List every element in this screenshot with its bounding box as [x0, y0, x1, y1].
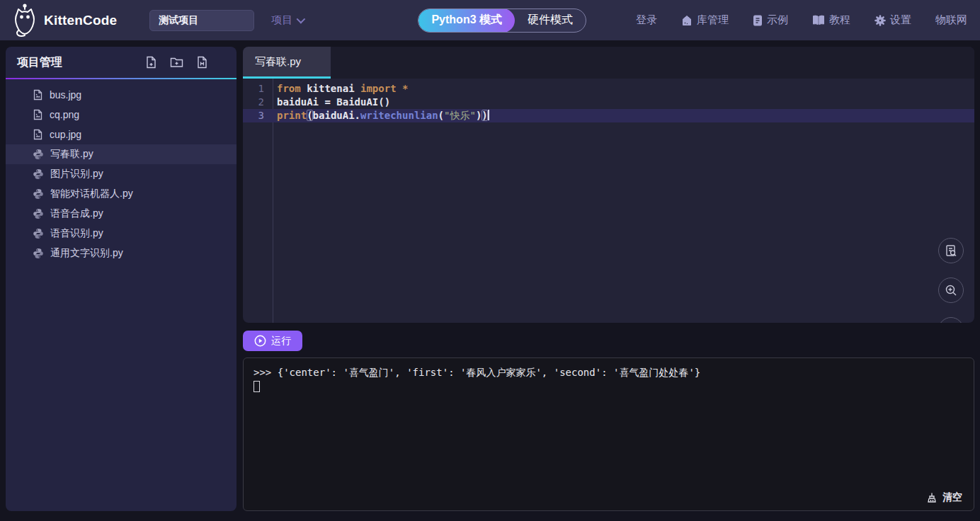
app-title: KittenCode: [44, 13, 117, 28]
line-number: 1: [243, 82, 273, 96]
file-row-cup.jpg[interactable]: cup.jpg: [6, 125, 237, 144]
settings-icon: [874, 15, 886, 26]
project-name-input[interactable]: [149, 10, 254, 31]
editor-float-buttons: [938, 238, 964, 323]
python-file-icon: [33, 188, 44, 200]
line-number: 2: [243, 96, 273, 109]
zoom-in-icon[interactable]: [938, 277, 964, 303]
file-row-语音识别.py[interactable]: 语音识别.py: [6, 224, 237, 244]
top-nav: 登录 库管理 示例 教程 设置 物联网: [636, 13, 967, 27]
tutorial-icon: [812, 15, 825, 25]
python-file-icon: [33, 248, 44, 259]
chevron-down-icon: [297, 15, 306, 24]
code-area[interactable]: 1from kittenai import *2baiduAi = BaiduA…: [243, 79, 974, 323]
library-icon: [681, 15, 693, 26]
image-file-icon: [33, 109, 43, 120]
zoom-out-icon[interactable]: [938, 317, 964, 323]
run-button-label: 运行: [271, 335, 291, 348]
nav-item-示例[interactable]: 示例: [753, 13, 788, 27]
app-logo: KittenCode: [8, 4, 117, 38]
nav-item-物联网[interactable]: 物联网: [935, 13, 967, 27]
file-row-通用文字识别.py[interactable]: 通用文字识别.py: [6, 244, 237, 263]
editor-tab-active[interactable]: 写春联.py: [243, 47, 331, 79]
top-bar: KittenCode 项目 Python3 模式 硬件模式 登录 库管理 示例 …: [0, 0, 980, 40]
format-code-icon[interactable]: [938, 238, 964, 263]
nav-item-库管理[interactable]: 库管理: [681, 13, 729, 27]
kitten-logo-icon: [8, 4, 41, 38]
play-icon: [254, 335, 266, 347]
python-file-icon: [33, 208, 44, 219]
code-text: from kittenai import *: [273, 82, 408, 96]
python-file-icon: [33, 168, 44, 180]
code-editor-panel: 写春联.py 1from kittenai import *2baiduAi =…: [243, 47, 974, 323]
nav-item-设置[interactable]: 设置: [874, 13, 911, 27]
clear-console-button[interactable]: 清空: [926, 491, 962, 504]
line-number: 3: [243, 109, 273, 122]
python3-mode-button[interactable]: Python3 模式: [418, 8, 515, 33]
console-cursor: [253, 381, 260, 392]
import-file-icon[interactable]: [196, 56, 208, 69]
project-menu-label: 项目: [271, 13, 292, 27]
image-file-icon: [33, 129, 43, 140]
file-row-cq.png[interactable]: cq.png: [6, 105, 237, 125]
console-output-line: >>> {'center': '喜气盈门', 'first': '春风入户家家乐…: [253, 365, 964, 379]
code-text: baiduAi = BaiduAI(): [273, 96, 390, 109]
project-sidebar: 项目管理: [6, 47, 237, 511]
new-folder-icon[interactable]: [170, 57, 183, 68]
file-row-智能对话机器人.py[interactable]: 智能对话机器人.py: [6, 184, 237, 204]
mode-toggle: Python3 模式 硬件模式: [418, 8, 586, 33]
broom-icon: [926, 492, 938, 503]
sidebar-title: 项目管理: [17, 55, 145, 70]
clear-button-label: 清空: [942, 491, 962, 504]
new-file-icon[interactable]: [145, 56, 157, 69]
sidebar-header: 项目管理: [6, 47, 237, 78]
code-line-1[interactable]: 1from kittenai import *: [243, 82, 974, 96]
file-list: bus.jpg cq.png cup.jpg 写春联.py 图片识别.py 智能…: [6, 79, 237, 263]
editor-tab-bar: 写春联.py: [243, 47, 974, 79]
python-file-icon: [33, 149, 44, 160]
nav-item-登录[interactable]: 登录: [636, 13, 657, 27]
editor-tab-label: 写春联.py: [255, 55, 301, 69]
image-file-icon: [33, 89, 43, 101]
file-row-写春联.py[interactable]: 写春联.py: [6, 144, 237, 164]
file-row-bus.jpg[interactable]: bus.jpg: [6, 85, 237, 105]
file-row-语音合成.py[interactable]: 语音合成.py: [6, 204, 237, 224]
code-line-3[interactable]: 3print(baiduAi.writechunlian("快乐")): [243, 109, 974, 122]
nav-item-教程[interactable]: 教程: [812, 13, 850, 27]
hardware-mode-button[interactable]: 硬件模式: [515, 8, 586, 33]
code-text: print(baiduAi.writechunlian("快乐")): [273, 109, 489, 122]
output-console[interactable]: >>> {'center': '喜气盈门', 'first': '春风入户家家乐…: [243, 357, 974, 511]
code-line-2[interactable]: 2baiduAi = BaiduAI(): [243, 96, 974, 109]
python-file-icon: [33, 228, 44, 239]
examples-icon: [753, 15, 763, 26]
project-menu-dropdown[interactable]: 项目: [271, 13, 303, 27]
run-button[interactable]: 运行: [243, 331, 302, 351]
file-row-图片识别.py[interactable]: 图片识别.py: [6, 164, 237, 184]
